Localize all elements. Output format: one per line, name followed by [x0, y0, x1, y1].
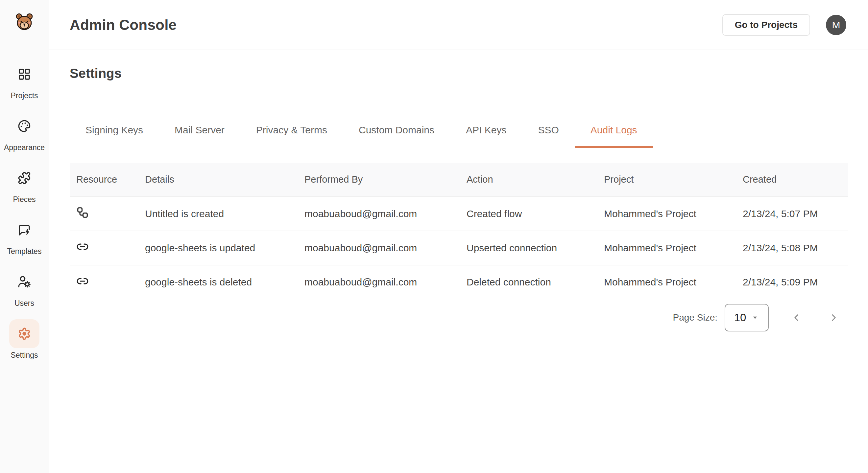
link-icon [76, 240, 89, 253]
sidebar-item-label: Pieces [13, 195, 35, 204]
sidebar-item-label: Projects [10, 91, 38, 100]
cell-created: 2/13/24, 5:09 PM [736, 265, 848, 299]
column-header-performed-by: Performed By [298, 163, 460, 197]
cell-details: google-sheets is deleted [138, 265, 298, 299]
sidebar-item-label: Templates [7, 247, 42, 256]
cell-resource [70, 231, 138, 265]
table-row: Untitled is createdmoabuaboud@gmail.comC… [70, 197, 848, 231]
settings-page: Settings Signing KeysMail ServerPrivacy … [49, 50, 868, 331]
cell-action: Created flow [460, 197, 597, 231]
cell-action: Upserted connection [460, 231, 597, 265]
chevron-left-icon [791, 312, 802, 323]
sidebar-item-templates[interactable]: Templates [1, 215, 48, 256]
section-heading: Settings [70, 65, 848, 81]
cell-details: Untitled is created [138, 197, 298, 231]
next-page-button[interactable] [824, 308, 844, 328]
sidebar-item-label: Users [14, 299, 34, 308]
nav-icon-container [9, 60, 39, 89]
sidebar-nav: ProjectsAppearancePiecesTemplatesUsersSe… [1, 60, 48, 371]
cell-performed-by: moabuaboud@gmail.com [298, 265, 460, 299]
caret-down-icon [751, 313, 759, 322]
previous-page-button[interactable] [786, 308, 806, 328]
tab-signing-keys[interactable]: Signing Keys [70, 123, 159, 137]
settings-tabs: Signing KeysMail ServerPrivacy & TermsCu… [70, 123, 848, 137]
sidebar-item-pieces[interactable]: Pieces [1, 164, 48, 204]
puzzle-icon [18, 171, 31, 184]
palette-icon [18, 120, 31, 133]
sidebar: ProjectsAppearancePiecesTemplatesUsersSe… [0, 0, 49, 473]
sidebar-item-label: Settings [10, 351, 38, 360]
avatar[interactable]: M [826, 15, 846, 35]
sidebar-item-users[interactable]: Users [1, 267, 48, 308]
cell-details: google-sheets is updated [138, 231, 298, 265]
template-flash-icon [18, 223, 31, 236]
sidebar-item-settings[interactable]: Settings [1, 319, 48, 360]
cell-resource [70, 197, 138, 231]
page-size-label: Page Size: [673, 312, 717, 323]
nav-icon-container [9, 164, 39, 193]
page-size-value: 10 [734, 311, 746, 324]
main-column: Admin Console Go to Projects M Settings … [49, 0, 868, 473]
cell-resource [70, 265, 138, 299]
bear-logo-icon [14, 12, 34, 32]
page-size-dropdown[interactable]: 10 [725, 304, 769, 331]
cell-performed-by: moabuaboud@gmail.com [298, 197, 460, 231]
cell-performed-by: moabuaboud@gmail.com [298, 231, 460, 265]
nav-icon-container [9, 267, 39, 296]
column-header-created: Created [736, 163, 848, 197]
chevron-right-icon [828, 312, 839, 323]
cell-created: 2/13/24, 5:07 PM [736, 197, 848, 231]
column-header-project: Project [597, 163, 736, 197]
pagination: Page Size: 10 [70, 304, 848, 331]
audit-logs-table: ResourceDetailsPerformed ByActionProject… [70, 163, 848, 299]
tab-privacy-terms[interactable]: Privacy & Terms [240, 123, 343, 137]
cell-created: 2/13/24, 5:08 PM [736, 231, 848, 265]
sidebar-item-projects[interactable]: Projects [1, 60, 48, 100]
page-title: Admin Console [70, 17, 722, 33]
table-body: Untitled is createdmoabuaboud@gmail.comC… [70, 197, 848, 299]
nav-icon-container [9, 215, 39, 244]
table-row: google-sheets is updatedmoabuaboud@gmail… [70, 231, 848, 265]
cell-action: Deleted connection [460, 265, 597, 299]
tab-api-keys[interactable]: API Keys [450, 123, 522, 137]
go-to-projects-button[interactable]: Go to Projects [722, 14, 810, 36]
cell-project: Mohammed's Project [597, 197, 736, 231]
app-header: Admin Console Go to Projects M [49, 0, 868, 50]
tab-custom-domains[interactable]: Custom Domains [343, 123, 450, 137]
user-cog-icon [18, 275, 31, 289]
tab-mail-server[interactable]: Mail Server [159, 123, 240, 137]
tab-audit-logs[interactable]: Audit Logs [575, 123, 653, 137]
link-icon [76, 275, 89, 288]
cell-project: Mohammed's Project [597, 231, 736, 265]
column-header-details: Details [138, 163, 298, 197]
workflow-icon [76, 206, 89, 219]
nav-icon-container [9, 319, 39, 348]
cell-project: Mohammed's Project [597, 265, 736, 299]
gear-icon [18, 327, 31, 340]
column-header-action: Action [460, 163, 597, 197]
sidebar-item-label: Appearance [4, 143, 45, 152]
column-header-resource: Resource [70, 163, 138, 197]
table-row: google-sheets is deletedmoabuaboud@gmail… [70, 265, 848, 299]
table-header-row: ResourceDetailsPerformed ByActionProject… [70, 163, 848, 197]
tab-sso[interactable]: SSO [522, 123, 575, 137]
sidebar-item-appearance[interactable]: Appearance [1, 112, 48, 152]
grid-icon [18, 68, 31, 81]
nav-icon-container [9, 112, 39, 141]
